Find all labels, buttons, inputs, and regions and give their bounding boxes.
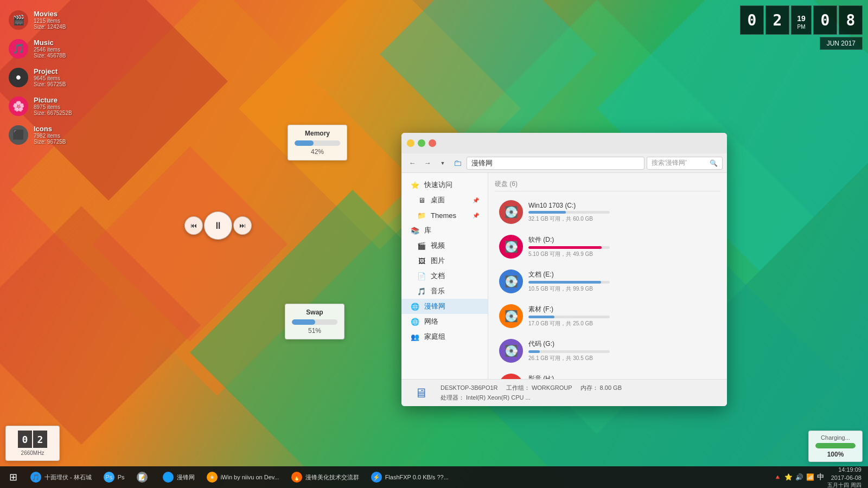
movies-icon: 🎬 — [9, 10, 28, 30]
taskbar-item-3[interactable]: 🌐 漫锋网 — [157, 467, 200, 487]
project-label: Project — [34, 67, 66, 75]
drive-icon-5: 💽 — [499, 374, 523, 379]
address-bar[interactable]: 漫锋网 — [467, 157, 644, 170]
drive-item-2[interactable]: 💽 文档 (E:) 10.5 GB 可用，共 99.9 GB — [495, 266, 614, 297]
taskbar-item-4[interactable]: ★ iWin by niivu on Dev... — [201, 467, 285, 487]
memory-widget: Memory 42% — [288, 125, 347, 160]
taskbar-item-icon-6: ⚡ — [371, 472, 382, 483]
music-icon: 🎵 — [9, 39, 28, 59]
drive-name-2: 文档 (E:) — [528, 270, 610, 279]
drive-bar-0 — [528, 211, 566, 214]
sidebar-item-quick-access[interactable]: ⭐ 快速访问 — [401, 177, 488, 192]
sidebar-item-pictures[interactable]: 🖼 图片 — [401, 253, 488, 268]
network-icon: 🌐 — [410, 301, 420, 311]
sidebar-item-network[interactable]: 🌐 网络 — [401, 314, 488, 329]
swap-title: Swap — [292, 309, 337, 316]
sidebar-item-desktop[interactable]: 🖥 桌面 📌 — [401, 192, 488, 208]
project-icon: ● — [9, 68, 28, 87]
picture-label: Picture — [34, 96, 72, 104]
clock-sec1: 0 — [813, 5, 837, 35]
drive-item-1[interactable]: 💽 软件 (D:) 5.10 GB 可用，共 49.9 GB — [495, 232, 614, 262]
desktop-icon-picture[interactable]: 🌸 Picture 8975 items Size: 6675252B — [5, 92, 81, 120]
music-items: 2546 items — [34, 47, 66, 53]
nav-back-button[interactable]: ← — [406, 157, 419, 170]
drive-item-0[interactable]: 💽 Win10 1703 (C:) 32.1 GB 可用，共 60.0 GB — [495, 197, 614, 227]
footer-cpu: Intel(R) Xeon(R) CPU ... — [466, 394, 531, 401]
sidebar-item-music[interactable]: 🎵 音乐 — [401, 284, 488, 299]
drive-bar-3 — [528, 316, 554, 318]
nav-folder-button[interactable]: 🗀 — [451, 157, 464, 170]
drive-item-4[interactable]: 💽 代码 (G:) 26.1 GB 可用，共 30.5 GB — [495, 336, 614, 366]
desktop-icon-movies[interactable]: 🎬 Movies 1215 items Size: 12424B — [5, 5, 81, 34]
taskbar-item-2[interactable]: 📝 — [131, 467, 156, 487]
taskbar-right: 🔺 ⭐ 🔊 📶 中 14:19:09 2017-06-08 五月十四 周四 — [774, 466, 866, 488]
taskbar-item-5[interactable]: 🔥 漫锋美化技术交流群 — [286, 467, 365, 487]
search-bar[interactable]: 搜索'漫锋网' 🔍 — [647, 157, 723, 170]
folder-icon: 📁 — [417, 210, 426, 220]
clock-hour1: 0 — [740, 5, 764, 35]
project-size: Size: 96725B — [34, 81, 66, 87]
drive-item-3[interactable]: 💽 素材 (F:) 17.0 GB 可用，共 25.0 GB — [495, 301, 614, 331]
taskbar-weekday: 五月十四 周四 — [827, 481, 861, 488]
taskbar-item-6[interactable]: ⚡ FlashFXP 0.0 KB/s ??... — [366, 467, 454, 487]
sidebar-manfeng-label: 漫锋网 — [424, 301, 445, 311]
window-close-button[interactable] — [429, 139, 436, 147]
charging-widget: Charging... 100% — [808, 431, 863, 462]
drive-item-5[interactable]: 💽 影音 (H:) 67.9 GB 可用，共 99.9 GB — [495, 370, 614, 379]
window-maximize-button[interactable] — [418, 139, 425, 147]
music-prev-button[interactable]: ⏮ — [184, 216, 203, 235]
sidebar-item-manfeng[interactable]: 🌐 漫锋网 — [401, 299, 488, 314]
desktop-icon-music[interactable]: 🎵 Music 2546 items Size: 45678B — [5, 34, 81, 63]
sidebar-item-documents[interactable]: 📄 文档 — [401, 268, 488, 284]
taskbar-item-icon-3: 🌐 — [163, 472, 174, 483]
pin-icon: 📌 — [473, 197, 479, 203]
sidebar-item-homegroup[interactable]: 👥 家庭组 — [401, 329, 488, 344]
star-icon: ⭐ — [410, 180, 420, 190]
footer-cpu-label: 处理器： — [441, 394, 464, 401]
taskbar: ⊞ 🎵 十面埋伏 - 林石城 Ps Ps 📝 🌐 漫锋网 ★ iWin by n… — [0, 466, 868, 488]
taskbar-item-1[interactable]: Ps Ps — [98, 467, 130, 487]
taskbar-item-0[interactable]: 🎵 十面埋伏 - 林石城 — [25, 467, 97, 487]
sidebar-pictures-label: 图片 — [431, 256, 445, 266]
taskbar-date: 2017-06-08 — [831, 474, 861, 481]
icons-icon: ⬛ — [9, 125, 28, 145]
desktop-icon-icons[interactable]: ⬛ Icons 7982 items Size: 96725B — [5, 120, 81, 149]
music-next-button[interactable]: ⏭ — [233, 216, 252, 235]
sidebar-item-themes[interactable]: 📁 Themes 📌 — [401, 208, 488, 223]
drive-size-4: 26.1 GB 可用，共 30.5 GB — [528, 355, 610, 362]
sidebar-item-video[interactable]: 🎬 视频 — [401, 238, 488, 253]
explorer-sidebar: ⭐ 快速访问 🖥 桌面 📌 📁 Themes 📌 📚 库 — [401, 173, 488, 379]
sidebar-item-library[interactable]: 📚 库 — [401, 223, 488, 238]
drive-icon-3: 💽 — [499, 304, 523, 328]
desktop-icon-project[interactable]: ● Project 9645 items Size: 96725B — [5, 63, 81, 92]
nav-forward-button[interactable]: → — [421, 157, 434, 170]
nav-dropdown-button[interactable]: ▼ — [436, 157, 449, 170]
drive-name-1: 软件 (D:) — [528, 235, 610, 245]
taskbar-item-label-5: 漫锋美化技术交流群 — [305, 473, 359, 481]
swap-bar-bg — [292, 319, 337, 325]
sidebar-homegroup-label: 家庭组 — [424, 332, 445, 342]
start-button[interactable]: ⊞ — [2, 467, 24, 487]
drive-bar-1 — [528, 246, 602, 249]
drive-size-3: 17.0 GB 可用，共 25.0 GB — [528, 320, 610, 328]
address-bar-text: 漫锋网 — [471, 158, 493, 168]
drive-bar-2 — [528, 281, 601, 284]
video-icon: 🎬 — [417, 241, 426, 251]
clock-minutes-display: 19 — [797, 14, 806, 23]
window-minimize-button[interactable] — [407, 139, 414, 147]
sidebar-music-label: 音乐 — [431, 286, 445, 296]
taskbar-time: 14:19:09 — [838, 466, 861, 473]
pin-icon2: 📌 — [473, 213, 479, 219]
music-icon: 🎵 — [417, 286, 426, 296]
icons-items: 7982 items — [34, 133, 66, 139]
explorer-footer: 🖥 DESKTOP-3B6PO1R 工作组： WORKGROUP 内存： 8.0… — [401, 379, 727, 406]
cpu-widget: 0 2 2660MHz — [5, 426, 60, 461]
music-pause-button[interactable]: ⏸ — [204, 211, 232, 240]
drive-name-5: 影音 (H:) — [528, 374, 610, 379]
taskbar-item-icon-4: ★ — [207, 472, 218, 483]
taskbar-item-icon-0: 🎵 — [30, 472, 41, 483]
clock-date: JUN 2017 — [820, 37, 863, 50]
movies-label: Movies — [34, 10, 66, 18]
explorer-main: 硬盘 (6) 💽 Win10 1703 (C:) 32.1 GB 可用，共 60… — [488, 173, 727, 379]
picture-icon: 🌸 — [9, 97, 28, 116]
